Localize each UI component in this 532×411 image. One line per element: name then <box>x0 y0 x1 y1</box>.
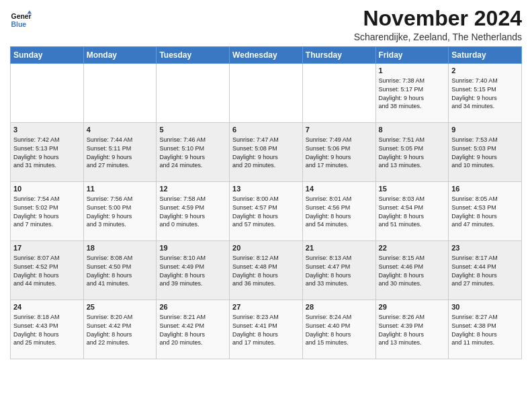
calendar-cell: 2Sunrise: 7:40 AM Sunset: 5:15 PM Daylig… <box>449 64 522 123</box>
calendar-cell: 27Sunrise: 8:23 AM Sunset: 4:41 PM Dayli… <box>230 300 303 359</box>
calendar-cell: 10Sunrise: 7:54 AM Sunset: 5:02 PM Dayli… <box>11 182 84 241</box>
day-info: Sunrise: 8:18 AM Sunset: 4:43 PM Dayligh… <box>13 314 60 346</box>
weekday-header: Saturday <box>449 47 522 64</box>
day-info: Sunrise: 8:01 AM Sunset: 4:56 PM Dayligh… <box>306 195 352 228</box>
calendar-cell: 18Sunrise: 8:08 AM Sunset: 4:50 PM Dayli… <box>83 241 157 300</box>
calendar-cell: 3Sunrise: 7:42 AM Sunset: 5:13 PM Daylig… <box>11 123 84 182</box>
day-number: 26 <box>159 302 226 312</box>
calendar-cell: 12Sunrise: 7:58 AM Sunset: 4:59 PM Dayli… <box>157 182 230 241</box>
logo-icon: General Blue <box>10 9 32 31</box>
day-number: 21 <box>306 243 373 253</box>
day-number: 8 <box>379 125 446 135</box>
day-info: Sunrise: 7:42 AM Sunset: 5:13 PM Dayligh… <box>13 136 60 169</box>
calendar-cell: 21Sunrise: 8:13 AM Sunset: 4:47 PM Dayli… <box>302 241 375 300</box>
day-number: 24 <box>13 302 81 312</box>
day-number: 30 <box>451 302 519 312</box>
weekday-header-row: SundayMondayTuesdayWednesdayThursdayFrid… <box>11 47 522 64</box>
day-number: 12 <box>159 184 226 194</box>
calendar-cell: 8Sunrise: 7:51 AM Sunset: 5:05 PM Daylig… <box>375 123 449 182</box>
day-info: Sunrise: 8:08 AM Sunset: 4:50 PM Dayligh… <box>87 255 133 287</box>
day-info: Sunrise: 8:27 AM Sunset: 4:38 PM Dayligh… <box>451 314 498 346</box>
calendar-cell: 4Sunrise: 7:44 AM Sunset: 5:11 PM Daylig… <box>83 123 157 182</box>
day-number: 2 <box>451 66 519 76</box>
weekday-header: Friday <box>375 47 449 64</box>
day-number: 28 <box>306 302 373 312</box>
day-info: Sunrise: 8:12 AM Sunset: 4:48 PM Dayligh… <box>232 255 279 287</box>
calendar-cell: 6Sunrise: 7:47 AM Sunset: 5:08 PM Daylig… <box>230 123 303 182</box>
calendar-cell <box>11 64 84 123</box>
calendar-cell: 19Sunrise: 8:10 AM Sunset: 4:49 PM Dayli… <box>157 241 230 300</box>
calendar-cell: 9Sunrise: 7:53 AM Sunset: 5:03 PM Daylig… <box>449 123 522 182</box>
day-info: Sunrise: 7:58 AM Sunset: 4:59 PM Dayligh… <box>159 195 206 228</box>
day-number: 10 <box>13 184 81 194</box>
weekday-header: Thursday <box>302 47 375 64</box>
day-info: Sunrise: 8:17 AM Sunset: 4:44 PM Dayligh… <box>451 255 498 287</box>
day-info: Sunrise: 8:10 AM Sunset: 4:49 PM Dayligh… <box>159 255 206 287</box>
calendar-cell: 28Sunrise: 8:24 AM Sunset: 4:40 PM Dayli… <box>302 300 375 359</box>
calendar-cell: 24Sunrise: 8:18 AM Sunset: 4:43 PM Dayli… <box>11 300 84 359</box>
calendar-week-row: 3Sunrise: 7:42 AM Sunset: 5:13 PM Daylig… <box>11 123 522 182</box>
calendar-cell: 20Sunrise: 8:12 AM Sunset: 4:48 PM Dayli… <box>230 241 303 300</box>
calendar-cell: 23Sunrise: 8:17 AM Sunset: 4:44 PM Dayli… <box>449 241 522 300</box>
day-number: 25 <box>87 302 154 312</box>
weekday-header: Wednesday <box>230 47 303 64</box>
day-info: Sunrise: 8:13 AM Sunset: 4:47 PM Dayligh… <box>306 255 352 287</box>
day-number: 13 <box>232 184 300 194</box>
calendar-cell: 22Sunrise: 8:15 AM Sunset: 4:46 PM Dayli… <box>375 241 449 300</box>
day-info: Sunrise: 8:07 AM Sunset: 4:52 PM Dayligh… <box>13 255 60 287</box>
calendar-cell: 30Sunrise: 8:27 AM Sunset: 4:38 PM Dayli… <box>449 300 522 359</box>
day-number: 17 <box>13 243 81 253</box>
day-info: Sunrise: 7:51 AM Sunset: 5:05 PM Dayligh… <box>379 136 425 169</box>
day-info: Sunrise: 8:03 AM Sunset: 4:54 PM Dayligh… <box>379 195 425 228</box>
calendar-cell: 29Sunrise: 8:26 AM Sunset: 4:39 PM Dayli… <box>375 300 449 359</box>
day-number: 11 <box>87 184 154 194</box>
calendar-cell: 14Sunrise: 8:01 AM Sunset: 4:56 PM Dayli… <box>302 182 375 241</box>
calendar-table: SundayMondayTuesdayWednesdayThursdayFrid… <box>10 46 522 359</box>
day-info: Sunrise: 7:44 AM Sunset: 5:11 PM Dayligh… <box>87 136 133 169</box>
calendar-cell: 15Sunrise: 8:03 AM Sunset: 4:54 PM Dayli… <box>375 182 449 241</box>
day-info: Sunrise: 8:26 AM Sunset: 4:39 PM Dayligh… <box>379 314 425 346</box>
location-title: Scharendijke, Zeeland, The Netherlands <box>354 32 522 42</box>
day-number: 3 <box>13 125 81 135</box>
day-info: Sunrise: 8:23 AM Sunset: 4:41 PM Dayligh… <box>232 314 279 346</box>
day-info: Sunrise: 8:21 AM Sunset: 4:42 PM Dayligh… <box>159 314 206 346</box>
svg-text:General: General <box>11 13 32 20</box>
calendar-cell: 1Sunrise: 7:38 AM Sunset: 5:17 PM Daylig… <box>375 64 449 123</box>
weekday-header: Sunday <box>11 47 84 64</box>
day-number: 15 <box>379 184 446 194</box>
calendar-cell: 13Sunrise: 8:00 AM Sunset: 4:57 PM Dayli… <box>230 182 303 241</box>
title-area: November 2024 Scharendijke, Zeeland, The… <box>354 7 522 42</box>
day-number: 5 <box>159 125 226 135</box>
calendar-cell: 5Sunrise: 7:46 AM Sunset: 5:10 PM Daylig… <box>157 123 230 182</box>
day-number: 14 <box>306 184 373 194</box>
day-number: 6 <box>232 125 300 135</box>
day-number: 7 <box>306 125 373 135</box>
day-number: 4 <box>87 125 154 135</box>
calendar-cell: 17Sunrise: 8:07 AM Sunset: 4:52 PM Dayli… <box>11 241 84 300</box>
day-info: Sunrise: 7:47 AM Sunset: 5:08 PM Dayligh… <box>232 136 279 169</box>
day-info: Sunrise: 7:54 AM Sunset: 5:02 PM Dayligh… <box>13 195 60 228</box>
calendar-week-row: 17Sunrise: 8:07 AM Sunset: 4:52 PM Dayli… <box>11 241 522 300</box>
day-info: Sunrise: 7:53 AM Sunset: 5:03 PM Dayligh… <box>451 136 498 169</box>
calendar-cell: 11Sunrise: 7:56 AM Sunset: 5:00 PM Dayli… <box>83 182 157 241</box>
calendar-cell <box>230 64 303 123</box>
weekday-header: Tuesday <box>157 47 230 64</box>
day-number: 20 <box>232 243 300 253</box>
day-info: Sunrise: 7:40 AM Sunset: 5:15 PM Dayligh… <box>451 77 498 109</box>
day-number: 23 <box>451 243 519 253</box>
logo: General Blue <box>10 9 32 31</box>
day-number: 27 <box>232 302 300 312</box>
calendar-week-row: 10Sunrise: 7:54 AM Sunset: 5:02 PM Dayli… <box>11 182 522 241</box>
day-info: Sunrise: 8:24 AM Sunset: 4:40 PM Dayligh… <box>306 314 352 346</box>
day-number: 9 <box>451 125 519 135</box>
day-info: Sunrise: 7:38 AM Sunset: 5:17 PM Dayligh… <box>379 77 425 109</box>
header: General Blue November 2024 Scharendijke,… <box>10 7 522 42</box>
day-info: Sunrise: 7:46 AM Sunset: 5:10 PM Dayligh… <box>159 136 206 169</box>
day-number: 18 <box>87 243 154 253</box>
calendar-week-row: 24Sunrise: 8:18 AM Sunset: 4:43 PM Dayli… <box>11 300 522 359</box>
day-number: 22 <box>379 243 446 253</box>
day-info: Sunrise: 8:20 AM Sunset: 4:42 PM Dayligh… <box>87 314 133 346</box>
day-number: 19 <box>159 243 226 253</box>
calendar-cell: 26Sunrise: 8:21 AM Sunset: 4:42 PM Dayli… <box>157 300 230 359</box>
svg-marker-2 <box>28 11 32 14</box>
